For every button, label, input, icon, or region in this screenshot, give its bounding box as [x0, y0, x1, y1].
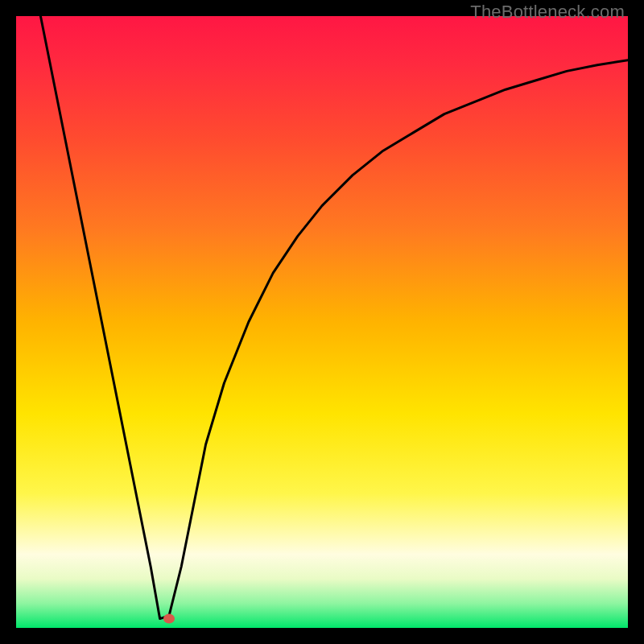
chart-frame: [16, 16, 628, 628]
watermark-text: TheBottleneck.com: [470, 2, 625, 23]
optimal-point-marker: [163, 614, 175, 624]
gradient-background: [16, 16, 628, 628]
chart-svg: [16, 16, 628, 628]
